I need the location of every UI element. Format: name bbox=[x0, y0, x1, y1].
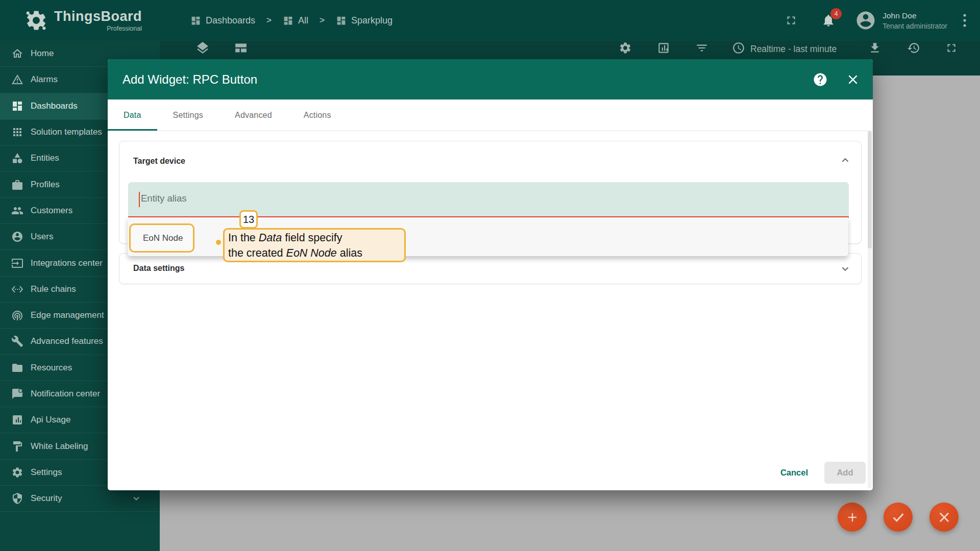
target-device-title: Target device bbox=[133, 157, 185, 166]
user-name: John Doe bbox=[883, 11, 947, 20]
help-icon bbox=[813, 72, 828, 87]
apply-changes-fab[interactable] bbox=[884, 503, 913, 532]
help-button[interactable] bbox=[813, 72, 828, 87]
edge-antenna-icon bbox=[11, 309, 23, 321]
breadcrumb-separator: > bbox=[320, 15, 325, 26]
notifications-badge: 4 bbox=[830, 8, 842, 19]
shield-icon bbox=[11, 492, 23, 505]
close-dialog-button[interactable] bbox=[846, 73, 860, 86]
entity-aliases-icon[interactable] bbox=[657, 41, 670, 57]
scrollbar-thumb[interactable] bbox=[868, 131, 872, 248]
collapse-target-device-button[interactable] bbox=[840, 155, 851, 166]
breadcrumb-item-dashboards[interactable]: Dashboards bbox=[190, 15, 255, 26]
tab-settings[interactable]: Settings bbox=[157, 99, 219, 131]
timewindow-label[interactable]: Realtime - last minute bbox=[750, 44, 837, 55]
dialog-header: Add Widget: RPC Button bbox=[108, 59, 873, 99]
alarm-warning-icon bbox=[11, 73, 23, 86]
breadcrumb-item-all[interactable]: All bbox=[283, 15, 308, 26]
dialog-footer: Cancel Add bbox=[773, 462, 866, 484]
add-button[interactable]: Add bbox=[824, 462, 866, 484]
breadcrumb: Dashboards > All > Sparkplug bbox=[190, 15, 393, 26]
close-icon bbox=[937, 510, 951, 524]
chevron-down-icon bbox=[840, 263, 851, 274]
logo-title: ThingsBoard bbox=[54, 9, 142, 24]
dialog-tabs: Data Settings Advanced Actions bbox=[108, 99, 873, 131]
breadcrumb-separator: > bbox=[266, 15, 272, 26]
tools-icon bbox=[11, 335, 23, 347]
text-cursor bbox=[139, 192, 140, 207]
close-icon bbox=[846, 73, 860, 86]
entities-shapes-icon bbox=[11, 152, 23, 164]
user-role: Tenant administrator bbox=[883, 22, 947, 30]
add-widget-fab[interactable] bbox=[838, 503, 867, 532]
customers-people-icon bbox=[11, 205, 23, 217]
profiles-badge-icon bbox=[11, 179, 23, 191]
widgets-icon[interactable] bbox=[234, 41, 249, 58]
avatar[interactable] bbox=[855, 10, 876, 31]
toolbar-fullscreen-icon[interactable] bbox=[945, 41, 958, 57]
data-settings-title: Data settings bbox=[133, 264, 184, 273]
layers-icon[interactable] bbox=[195, 41, 210, 58]
version-history-icon[interactable] bbox=[907, 41, 920, 57]
annotation-callout: In the Data field specify the created Eo… bbox=[223, 228, 406, 262]
apps-grid-icon bbox=[11, 126, 23, 138]
notification-message-icon bbox=[11, 388, 23, 400]
entity-alias-input[interactable]: Entity alias bbox=[128, 182, 849, 218]
tab-actions[interactable]: Actions bbox=[288, 99, 347, 131]
integrations-input-icon bbox=[11, 257, 23, 269]
home-icon bbox=[11, 47, 23, 60]
kebab-menu-icon bbox=[963, 13, 967, 28]
logo-subtitle: Professional bbox=[54, 25, 142, 32]
thingsboard-logo-icon bbox=[24, 7, 48, 34]
callout-line-2: the created EoN Node alias bbox=[228, 245, 404, 261]
dialog-title: Add Widget: RPC Button bbox=[122, 72, 257, 87]
user-circle-icon bbox=[11, 231, 23, 243]
format-paint-icon bbox=[11, 440, 23, 453]
fullscreen-button[interactable] bbox=[785, 14, 798, 27]
tab-advanced[interactable]: Advanced bbox=[219, 99, 288, 131]
dashboard-icon bbox=[283, 15, 293, 26]
dialog-scrollbar[interactable] bbox=[868, 131, 872, 488]
check-icon bbox=[891, 510, 906, 525]
annotation-step-number: 13 bbox=[239, 210, 258, 229]
breadcrumb-item-sparkplug[interactable]: Sparkplug bbox=[336, 15, 393, 26]
export-icon[interactable] bbox=[868, 41, 881, 57]
api-usage-chart-icon bbox=[11, 414, 23, 426]
dashboard-settings-icon[interactable] bbox=[619, 41, 632, 57]
chevron-down-icon bbox=[131, 493, 141, 504]
user-info[interactable]: John Doe Tenant administrator bbox=[883, 11, 947, 30]
rule-chains-icon bbox=[11, 283, 23, 295]
folder-icon bbox=[11, 362, 23, 374]
plus-icon bbox=[845, 510, 860, 524]
dashboard-icon bbox=[336, 15, 347, 26]
top-header-bar: ThingsBoard Professional Dashboards > Al… bbox=[0, 0, 980, 41]
entity-alias-placeholder: Entity alias bbox=[141, 193, 186, 204]
fullscreen-icon bbox=[785, 14, 798, 27]
chevron-up-icon bbox=[840, 155, 851, 166]
thingsboard-logo[interactable]: ThingsBoard Professional bbox=[24, 7, 142, 34]
user-menu-button[interactable] bbox=[963, 13, 967, 28]
gear-icon bbox=[11, 466, 23, 479]
tab-data[interactable]: Data bbox=[108, 99, 157, 131]
add-widget-dialog: Add Widget: RPC Button Data Settings Adv… bbox=[108, 59, 873, 490]
callout-line-1: In the Data field specify bbox=[228, 230, 404, 245]
decline-changes-fab[interactable] bbox=[929, 503, 959, 532]
filter-icon[interactable] bbox=[695, 41, 708, 57]
expand-data-settings-button[interactable] bbox=[840, 263, 851, 274]
dashboard-icon bbox=[190, 15, 201, 26]
dashboard-icon bbox=[11, 100, 23, 112]
cancel-button[interactable]: Cancel bbox=[773, 463, 815, 483]
dropdown-option-eon-node[interactable]: EoN Node bbox=[129, 223, 194, 253]
thingsboard-app: ThingsBoard Professional Dashboards > Al… bbox=[0, 0, 980, 551]
annotation-connector-dot bbox=[216, 240, 221, 245]
timewindow-clock-icon[interactable] bbox=[732, 41, 745, 57]
